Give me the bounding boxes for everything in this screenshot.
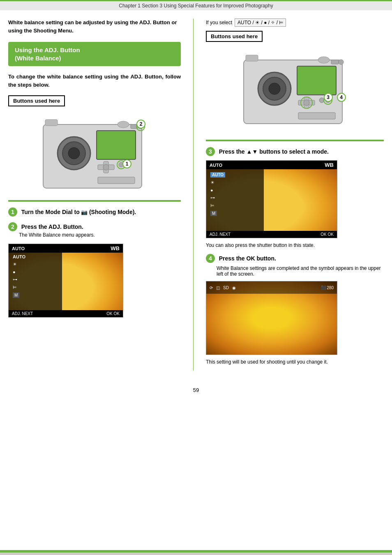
svg-rect-22 <box>297 66 336 95</box>
step-1-title: Turn the Mode Dial to <box>21 209 80 215</box>
svg-rect-1 <box>45 120 58 126</box>
wb-items-right: AUTO ☀ ● ⊶ ⊨ M <box>210 172 225 216</box>
svg-rect-30 <box>331 60 339 64</box>
wb-menu-screenshot-right: AUTO WB AUTO ☀ ● ⊶ <box>206 160 337 238</box>
wb-title-bar: AUTO WB <box>9 244 123 253</box>
svg-rect-18 <box>246 55 258 61</box>
ok-overlay: ⟳ ◫ SD ◉ ⬛ 280 <box>206 281 337 294</box>
step-3-num: 3 <box>206 147 215 156</box>
step-4-title: Press the OK button. <box>219 255 276 262</box>
section-title-line1: Using the ADJ. Button <box>15 46 80 53</box>
footer-bars <box>0 550 392 555</box>
svg-rect-13 <box>98 177 135 184</box>
step-1-suffix: (Shooting Mode). <box>89 209 136 215</box>
wb-bottom-right-r: OK OK <box>321 232 334 237</box>
wb-item-auto-icon: AUTO <box>13 254 25 259</box>
step-4: 4 Press the OK button. White Balance set… <box>206 254 384 365</box>
f-r: ⊨ <box>210 203 214 208</box>
sun-r: ☀ <box>210 180 214 185</box>
wb-bottom-bar: ADJ. NEXT OK OK <box>9 310 123 317</box>
svg-point-21 <box>269 83 280 94</box>
if-you-select-line: If you select AUTO / ☀ / ● / ✧ / ⊨ <box>206 18 384 27</box>
ok-icon-1: ⟳ <box>210 286 213 290</box>
svg-point-4 <box>68 147 80 159</box>
intro-text: White balance setting can be adjusted by… <box>8 18 181 35</box>
callout-badge-2: 1 <box>122 159 131 168</box>
wb-item-auto: AUTO <box>13 254 25 259</box>
callout-badge-right-4: 4 <box>337 93 346 102</box>
svg-point-23 <box>318 57 330 63</box>
step-3: 3 Press the ▲▼ buttons to select a mode.… <box>206 147 384 248</box>
wb-title-bar-right: AUTO WB <box>206 161 337 169</box>
ok-icon-4: ◉ <box>232 286 236 290</box>
m-r: M <box>210 211 217 216</box>
ok-icon-2: ◫ <box>216 286 220 290</box>
wb-t-r: ⊶ <box>210 195 225 200</box>
wb-f-r: ⊨ <box>210 203 225 208</box>
step-3-title: Press the ▲▼ buttons to select a mode. <box>219 148 329 155</box>
wb-auto-text: AUTO <box>12 246 25 251</box>
step-3-note: You can also press the shutter button in… <box>206 242 384 248</box>
wb-auto-right: AUTO <box>210 163 222 168</box>
callout-badge-1: 2 <box>136 120 145 129</box>
t-r: ⊶ <box>210 195 215 200</box>
cloud-r: ● <box>210 188 213 193</box>
section-header: Using the ADJ. Button (White Balance) <box>8 42 181 66</box>
svg-rect-5 <box>97 131 136 159</box>
camera-svg-left <box>37 116 152 194</box>
mode-options-text: AUTO / ☀ / ● / ✧ / ⊨ <box>238 20 283 25</box>
camera-diagram-right: 3 4 <box>206 52 384 134</box>
step-2-sub: The White Balance menu appears. <box>19 232 181 238</box>
camera-diagram-left: 2 1 <box>8 116 181 194</box>
column-divider <box>193 18 194 371</box>
camera-icon: 📷 <box>81 209 89 215</box>
svg-point-31 <box>339 60 344 64</box>
wb-item-auto-r: AUTO <box>210 172 225 177</box>
wb-cloud-r: ● <box>210 188 225 193</box>
wb-tungsten-icon: ⊶ <box>13 277 17 282</box>
buttons-used-here-right: Buttons used here <box>206 31 263 42</box>
wb-fluorescent-icon: ⊨ <box>13 285 17 290</box>
sub-instruction: To change the white balance setting usin… <box>8 73 181 89</box>
wb-item-sun: ☀ <box>13 262 25 267</box>
wb-label-right: WB <box>325 162 334 168</box>
wb-bottom-left-r: ADJ. NEXT <box>210 232 231 237</box>
section-title-line2: (White Balance) <box>15 55 61 62</box>
step-1: 1 Turn the Mode Dial to 📷 (Shooting Mode… <box>8 207 181 216</box>
wb-sun-icon: ☀ <box>13 262 17 267</box>
wb-label: WB <box>111 245 120 251</box>
left-column: White balance setting can be adjusted by… <box>8 18 181 371</box>
step-2-title: Press the ADJ. Button. <box>21 223 83 230</box>
wb-cloud-icon: ● <box>13 269 16 274</box>
footer-bar-gray <box>0 553 392 555</box>
step-2-num: 2 <box>8 222 17 231</box>
svg-point-14 <box>118 121 129 128</box>
auto-selected: AUTO <box>210 172 225 177</box>
wb-sun-r: ☀ <box>210 180 225 185</box>
wb-item-fluorescent: ⊨ <box>13 285 25 290</box>
wb-manual-icon: M <box>13 292 19 298</box>
wb-bottom-left: ADJ. NEXT <box>12 311 33 316</box>
wb-menu-screenshot-left: AUTO WB AUTO ☀ ● ⊶ ⊨ <box>8 244 123 318</box>
page-number: 59 <box>0 379 392 397</box>
step-1-num: 1 <box>8 207 17 216</box>
callout-badge-right-3: 3 <box>324 93 333 102</box>
page-header: Chapter 1 Section 3 Using Special Featur… <box>0 0 392 10</box>
step-4-num: 4 <box>206 254 215 263</box>
step-4-note2: This setting will be used for shooting u… <box>206 359 384 365</box>
green-divider-left <box>8 200 181 202</box>
svg-point-10 <box>103 164 109 170</box>
wb-item-tungsten: ⊶ <box>13 277 25 282</box>
wb-item-cloud: ● <box>13 269 25 274</box>
step-2: 2 Press the ADJ. Button. The White Balan… <box>8 222 181 238</box>
if-you-select-label: If you select <box>206 20 232 25</box>
ok-icon-3: SD <box>223 286 229 290</box>
wb-bottom-right: OK OK <box>106 311 120 316</box>
step-4-note1: White Balance settings are completed and… <box>217 265 384 277</box>
ok-screenshot: ⟳ ◫ SD ◉ ⬛ 280 <box>206 281 337 355</box>
header-text: Chapter 1 Section 3 Using Special Featur… <box>119 3 273 9</box>
green-divider-right <box>206 140 384 141</box>
svg-rect-29 <box>298 113 335 119</box>
ok-icon-5: ⬛ 280 <box>321 286 334 290</box>
wb-m-r: M <box>210 211 225 216</box>
